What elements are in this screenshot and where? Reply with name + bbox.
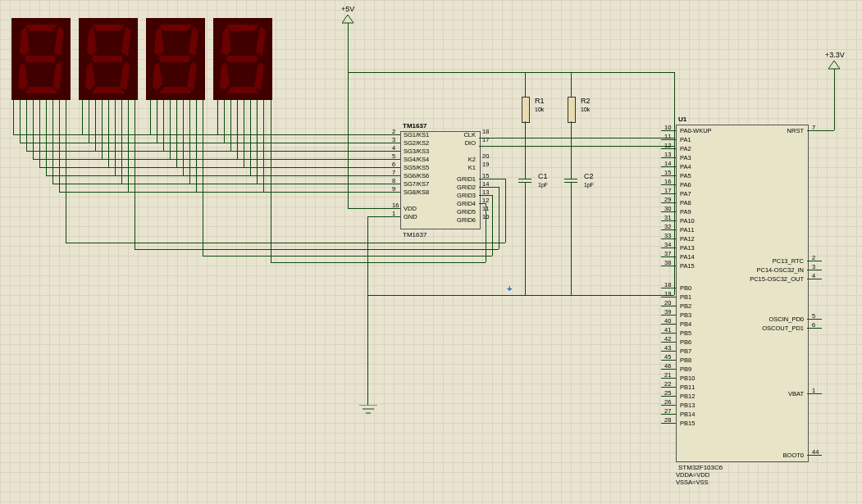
u1-pin-PA2: PA2 (680, 145, 691, 152)
seven-segment-3 (146, 18, 205, 100)
wire-sg3 (26, 151, 400, 152)
u1-pin-wire-10 (661, 130, 676, 131)
svg-marker-13 (92, 56, 123, 62)
wire-grid3r (492, 195, 493, 256)
u1-pin-PC14-OSC32_IN: PC14-OSC32_IN (730, 266, 804, 274)
tm-pin-SG4/KS4: SG4/KS4 (404, 156, 429, 163)
cap-c2 (564, 179, 577, 179)
u1-pin-OSCOUT_PD1: OSCOUT_PD1 (730, 325, 804, 332)
seven-segment-4 (213, 18, 272, 100)
u1-pin-PB4: PB4 (680, 320, 691, 328)
wire-g1 (217, 100, 218, 134)
svg-marker-25 (220, 62, 230, 90)
wire-sg2 (20, 143, 400, 143)
wire-gnd-v (367, 216, 368, 405)
wire-c2-bot (571, 182, 572, 295)
power-5v-label: +5V (341, 5, 354, 13)
svg-marker-12 (87, 26, 97, 56)
tm-pin-GRID4: GRID4 (445, 200, 476, 207)
u1-pin-wire-42 (661, 342, 676, 343)
tm-pin-num-12: 12 (482, 197, 489, 204)
u1-pin-PB0: PB0 (680, 284, 691, 292)
u1-pin-wire-29 (661, 202, 676, 203)
u1-pin-wire-39 (661, 315, 676, 316)
u1-pin-wire-30 (661, 211, 676, 212)
svg-marker-7 (92, 25, 125, 31)
u1-pin-PA14: PA14 (680, 253, 695, 261)
u1-pin-wire-22 (661, 387, 676, 388)
tm-pin-num-14: 14 (482, 180, 489, 188)
u1-pin-wire-r-3 (807, 270, 822, 270)
wire-e4 (102, 100, 103, 159)
u1-pin-PB2: PB2 (680, 302, 691, 310)
u1-pin-PA3: PA3 (680, 154, 691, 161)
wire-f6 (183, 100, 184, 175)
u1-pin-PB11: PB11 (680, 384, 695, 391)
c2-val: 1pF (584, 182, 594, 188)
wire-clk (479, 138, 674, 138)
wire-e6 (115, 100, 116, 175)
u1-pin-VBAT: VBAT (730, 390, 804, 397)
tm-pin-num-4: 4 (392, 144, 395, 152)
u1-pin-PB1: PB1 (680, 293, 691, 301)
wire-sg5 (39, 167, 400, 168)
r1-val: 10k (535, 107, 544, 112)
wire-c1-bot (525, 182, 526, 295)
u1-pin-wire-r-5 (807, 319, 822, 320)
u1-pin-PA12: PA12 (680, 235, 695, 243)
tm-pin-VDD: VDD (404, 205, 417, 212)
wire-f4 (170, 100, 171, 159)
u1-pin-PB15: PB15 (680, 420, 695, 427)
svg-marker-10 (92, 87, 125, 93)
seven-segment-1 (11, 18, 71, 100)
u1-pin-wire-r-2 (807, 261, 822, 261)
tm-pin-K1: K1 (445, 164, 476, 171)
tm-pin-num-17: 17 (482, 136, 489, 143)
u1-pin-PA4: PA4 (680, 163, 691, 170)
u1-pin-PC15-OSC32_OUT: PC15-OSC32_OUT (730, 275, 804, 283)
u1-pin-wire-38 (661, 266, 676, 266)
u1-pin-PC13_RTC: PC13_RTC (730, 257, 804, 265)
wire-5v (348, 23, 349, 72)
tm-pin-GRID6: GRID6 (445, 216, 476, 224)
wire-r1-top (525, 72, 526, 97)
wire-g3 (230, 100, 231, 151)
svg-marker-18 (153, 62, 162, 90)
u1-pin-wire-27 (661, 414, 676, 415)
u1-pin-PB8: PB8 (680, 356, 691, 364)
u1-pin-PB14: PB14 (680, 411, 695, 418)
tm-pin-GRID5: GRID5 (445, 208, 476, 216)
u1-pin-wire-28 (661, 423, 676, 424)
wire-g2 (224, 100, 225, 143)
wire-g4 (237, 100, 238, 159)
tm1637-part: TM1637 (403, 231, 426, 238)
tm-pin-GRID2: GRID2 (445, 184, 476, 191)
u1-pin-NRST: NRST (730, 127, 804, 134)
tm-pin-SG3/KS3: SG3/KS3 (404, 148, 429, 155)
seven-segment-2 (79, 18, 138, 100)
wire-grid2v (135, 100, 135, 249)
tm-pin-GRID3: GRID3 (445, 192, 476, 199)
svg-marker-6 (25, 56, 56, 62)
u1-pin-PB12: PB12 (680, 393, 695, 400)
u1-pin-wire-13 (661, 157, 676, 158)
u1-pin-wire-34 (661, 247, 676, 248)
u1-pin-wire-16 (661, 184, 676, 185)
u1-pin-PB5: PB5 (680, 329, 691, 337)
u1-pin-wire-37 (661, 257, 676, 257)
wire-e5 (108, 100, 109, 167)
wire-g6 (250, 100, 251, 175)
tm-pin-num-5: 5 (392, 152, 395, 160)
wire-top-bus (348, 72, 674, 73)
r1-ref: R1 (535, 97, 545, 105)
tm-pin-num-1: 1 (392, 210, 395, 217)
u1-pin-PB9: PB9 (680, 366, 691, 373)
tm-pin-num-18: 18 (482, 128, 489, 135)
u1-pin-PB7: PB7 (680, 347, 691, 355)
svg-marker-20 (159, 56, 190, 62)
wire-f2 (157, 100, 157, 143)
tm-pin-num-7: 7 (392, 169, 395, 176)
u1-pin-BOOT0: BOOT0 (730, 452, 804, 459)
wire-sg1 (13, 134, 400, 135)
svg-marker-2 (52, 62, 62, 90)
